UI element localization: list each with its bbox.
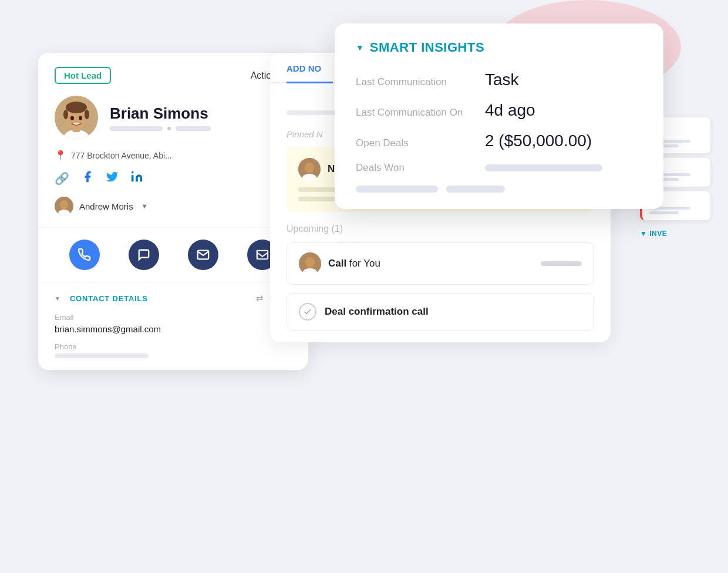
last-comm-on-label: Last Communication On bbox=[356, 107, 485, 119]
tab-add-note[interactable]: ADD NO bbox=[287, 53, 333, 83]
open-deals-label: Open Deals bbox=[356, 137, 485, 149]
svg-point-5 bbox=[63, 110, 68, 119]
call-title: Call for You bbox=[328, 258, 380, 269]
profile-row: Brian Simons bbox=[55, 96, 292, 139]
address-text: 777 Brockton Avenue, Abi... bbox=[71, 151, 172, 160]
link-icon[interactable]: 🔗 bbox=[55, 171, 69, 186]
bottom-lines bbox=[356, 186, 642, 193]
linkedin-icon[interactable] bbox=[130, 170, 143, 186]
contact-profile-card: Hot Lead Actions ▼ bbox=[38, 53, 308, 370]
contact-details-section: ▼ CONTACT DETAILS ⇄ 👁 ⚙ Email brian.simm… bbox=[38, 282, 308, 358]
svg-rect-14 bbox=[257, 251, 267, 259]
last-comm-on-row: Last Communication On 4d ago bbox=[356, 101, 642, 120]
facebook-icon[interactable] bbox=[81, 170, 94, 186]
upcoming-label: Upcoming (1) bbox=[287, 224, 594, 234]
owner-name: Andrew Moris bbox=[79, 201, 133, 211]
invest-section-label: ▼ INVE bbox=[640, 225, 710, 240]
subtitle-line-2 bbox=[176, 126, 211, 131]
upcoming-section: Upcoming (1) Call for You bbox=[287, 224, 594, 331]
deal-check-icon[interactable] bbox=[299, 303, 316, 321]
insights-chevron-icon[interactable]: ▼ bbox=[356, 43, 364, 52]
call-button[interactable] bbox=[69, 240, 100, 270]
merge-icon[interactable]: ⇄ bbox=[256, 293, 264, 304]
last-comm-on-value: 4d ago bbox=[485, 101, 535, 120]
avatar bbox=[55, 96, 98, 139]
smart-insights-card: ▼ SMART INSIGHTS Last Communication Task… bbox=[335, 23, 663, 209]
twitter-icon[interactable] bbox=[106, 170, 119, 186]
svg-point-17 bbox=[305, 163, 314, 173]
chat-button[interactable] bbox=[129, 240, 159, 270]
svg-rect-9 bbox=[132, 175, 134, 181]
owner-row: Andrew Moris ▼ bbox=[55, 197, 292, 215]
bottom-line-1 bbox=[356, 186, 438, 193]
insights-header: ▼ SMART INSIGHTS bbox=[356, 40, 642, 55]
email-field-label: Email bbox=[55, 313, 292, 322]
subtitle-line-1 bbox=[110, 126, 163, 131]
call-author-avatar bbox=[299, 252, 321, 275]
deals-won-label: Deals Won bbox=[356, 162, 485, 174]
call-card: Call for You bbox=[287, 242, 594, 285]
svg-point-8 bbox=[79, 116, 82, 120]
svg-point-4 bbox=[66, 102, 87, 113]
email-button[interactable] bbox=[188, 240, 218, 270]
svg-point-10 bbox=[132, 171, 134, 174]
svg-point-6 bbox=[85, 110, 89, 119]
last-comm-label: Last Communication bbox=[356, 76, 485, 88]
last-comm-row: Last Communication Task bbox=[356, 70, 642, 89]
email-field-value: brian.simmons@gmail.com bbox=[55, 324, 292, 334]
section-chevron-icon[interactable]: ▼ bbox=[55, 295, 60, 302]
insights-title: SMART INSIGHTS bbox=[370, 40, 484, 55]
call-badge bbox=[541, 261, 582, 266]
mini-line-3b bbox=[649, 211, 679, 214]
deals-won-bar bbox=[485, 164, 602, 171]
bottom-line-2 bbox=[446, 186, 505, 193]
open-deals-row: Open Deals 2 ($50,000.00) bbox=[356, 132, 642, 150]
location-icon: 📍 bbox=[55, 150, 66, 161]
owner-avatar bbox=[55, 197, 73, 215]
address-row: 📍 777 Brockton Avenue, Abi... bbox=[55, 150, 292, 161]
open-deals-value: 2 ($50,000.00) bbox=[485, 132, 592, 150]
svg-point-7 bbox=[70, 116, 74, 120]
action-buttons-row bbox=[38, 228, 308, 282]
last-comm-value: Task bbox=[485, 70, 519, 89]
note-author-avatar bbox=[298, 158, 321, 180]
hot-lead-badge[interactable]: Hot Lead bbox=[55, 67, 111, 84]
deals-won-bar-row bbox=[485, 164, 602, 171]
contact-details-title: CONTACT DETAILS bbox=[70, 294, 148, 303]
deal-title: Deal confirmation call bbox=[325, 306, 429, 318]
deal-card: Deal confirmation call bbox=[287, 293, 594, 331]
svg-point-12 bbox=[60, 200, 68, 210]
deals-won-row: Deals Won bbox=[356, 162, 642, 174]
contact-name: Brian Simons bbox=[110, 105, 211, 123]
social-links-row: 🔗 bbox=[55, 170, 292, 186]
svg-point-20 bbox=[305, 257, 315, 268]
phone-field-empty bbox=[55, 353, 149, 358]
owner-chevron-icon[interactable]: ▼ bbox=[141, 203, 148, 210]
dot-separator bbox=[167, 127, 171, 130]
phone-field-label: Phone bbox=[55, 342, 292, 351]
